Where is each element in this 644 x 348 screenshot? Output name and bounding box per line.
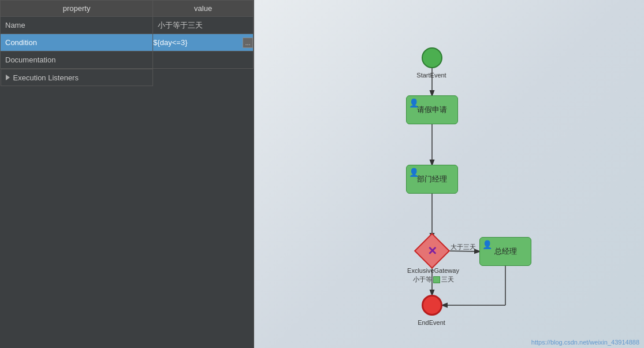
task-qingjia-icon: 👤 — [409, 98, 418, 108]
task-qingjia[interactable]: 👤 请假申请 — [406, 95, 458, 124]
value-column-header: value — [153, 1, 254, 17]
end-event[interactable] — [422, 295, 442, 316]
task-zongjingli-icon: 👤 — [482, 240, 492, 249]
task-qingjia-label: 请假申请 — [417, 105, 447, 115]
name-row: Name 小于等于三天 — [1, 17, 254, 34]
gateway-sublabel-box — [433, 276, 440, 283]
start-event[interactable] — [422, 47, 442, 68]
name-value[interactable]: 小于等于三天 — [153, 17, 254, 34]
execution-listeners-label: Execution Listeners — [13, 73, 79, 82]
gateway-sublabel-prefix: 小于等 — [413, 275, 432, 284]
arrow-label-greater: 大于三天 — [451, 243, 476, 251]
task-zongjingli-label: 总经理 — [494, 246, 517, 257]
condition-row: Condition ${day<=3} ... — [1, 34, 254, 51]
task-bumen-icon: 👤 — [409, 168, 418, 177]
exclusive-gateway[interactable] — [414, 233, 450, 269]
watermark: https://blog.csdn.net/weixin_43914888 — [531, 339, 639, 346]
property-table: property value Name 小于等于三天 Condition ${d… — [0, 0, 254, 86]
condition-value[interactable]: ${day<=3} — [153, 38, 240, 47]
expand-icon — [6, 75, 10, 80]
task-bumen[interactable]: 👤 部门经理 — [406, 165, 458, 194]
diagram-canvas: StartEvent 👤 请假申请 👤 部门经理 ✕ ExclusiveGate… — [254, 0, 644, 348]
start-event-label: StartEvent — [411, 72, 452, 79]
gateway-label: ExclusiveGateway — [407, 267, 459, 274]
gateway-sublabel-suffix: 三天 — [441, 275, 454, 284]
task-bumen-label: 部门经理 — [417, 174, 447, 184]
gateway-sublabel: 小于等 三天 — [407, 275, 459, 284]
documentation-value[interactable] — [153, 51, 254, 69]
condition-label: Condition — [1, 34, 153, 51]
property-panel: property value Name 小于等于三天 Condition ${d… — [0, 0, 254, 348]
property-column-header: property — [1, 1, 153, 17]
execution-listeners-row[interactable]: Execution Listeners — [1, 69, 254, 87]
condition-value-cell: ${day<=3} ... — [153, 34, 254, 51]
documentation-row: Documentation — [1, 51, 254, 69]
diagram-container: StartEvent 👤 请假申请 👤 部门经理 ✕ ExclusiveGate… — [254, 0, 644, 348]
name-label: Name — [1, 17, 153, 34]
execution-listeners-cell[interactable]: Execution Listeners — [1, 69, 153, 86]
task-zongjingli[interactable]: 👤 总经理 — [479, 237, 531, 266]
condition-ellipsis-button[interactable]: ... — [243, 38, 253, 48]
end-event-label: EndEvent — [411, 319, 452, 326]
documentation-label: Documentation — [1, 51, 153, 69]
